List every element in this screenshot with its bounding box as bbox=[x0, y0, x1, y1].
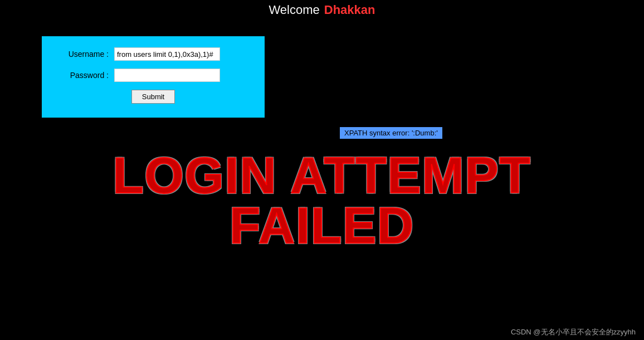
password-label: Password : bbox=[58, 71, 109, 80]
logged-in-username: Dhakkan bbox=[324, 3, 375, 17]
login-failed-container: LOGIN ATTEMPT FAILED bbox=[0, 150, 644, 251]
xpath-error-message: XPATH syntax error: ':Dumb:' bbox=[340, 127, 442, 139]
submit-button[interactable]: Submit bbox=[131, 90, 175, 104]
password-input[interactable] bbox=[114, 69, 220, 82]
username-row: Username : bbox=[58, 47, 248, 61]
username-input[interactable] bbox=[114, 47, 220, 61]
footer-text: CSDN @无名小卒且不会安全的zzyyhh bbox=[511, 327, 636, 337]
username-label: Username : bbox=[58, 50, 109, 59]
password-row: Password : bbox=[58, 69, 248, 82]
login-failed-line1: LOGIN ATTEMPT bbox=[113, 150, 531, 201]
submit-row: Submit bbox=[58, 90, 248, 104]
login-panel: Username : Password : Submit bbox=[42, 36, 265, 118]
welcome-label: Welcome bbox=[269, 3, 319, 17]
header: Welcome Dhakkan bbox=[0, 0, 644, 20]
login-failed-line2: FAILED bbox=[230, 201, 414, 251]
